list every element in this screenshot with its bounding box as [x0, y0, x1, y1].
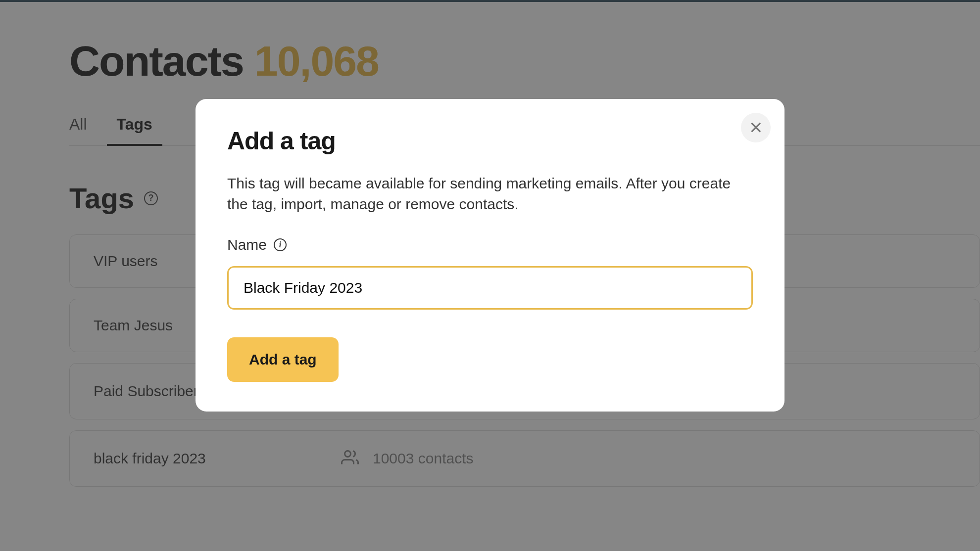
close-button[interactable]: ✕ — [741, 113, 771, 142]
tag-name-input[interactable] — [227, 266, 753, 310]
modal-overlay[interactable]: ✕ Add a tag This tag will became availab… — [0, 0, 980, 551]
add-tag-button[interactable]: Add a tag — [227, 337, 339, 382]
add-tag-modal: ✕ Add a tag This tag will became availab… — [196, 99, 784, 412]
name-field-label: Name i — [227, 236, 753, 253]
info-icon[interactable]: i — [274, 238, 287, 251]
modal-description: This tag will became available for sendi… — [227, 173, 732, 215]
modal-title: Add a tag — [227, 127, 753, 155]
close-icon: ✕ — [749, 118, 763, 138]
name-label-text: Name — [227, 236, 267, 253]
